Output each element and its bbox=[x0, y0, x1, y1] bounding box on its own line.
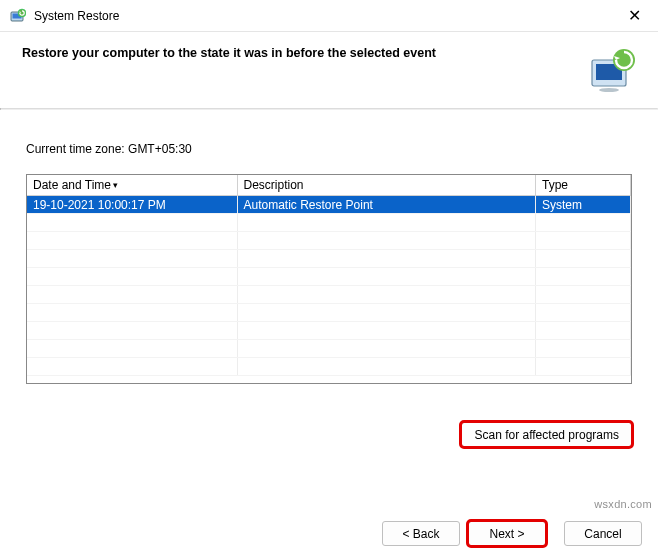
window-title: System Restore bbox=[34, 9, 119, 23]
table-header-row: Date and Time▾ Description Type bbox=[27, 175, 631, 196]
table-row-empty: . bbox=[27, 322, 631, 340]
column-header-type[interactable]: Type bbox=[536, 175, 631, 196]
scan-row: Scan for affected programs bbox=[0, 394, 658, 447]
table-row-empty: . bbox=[27, 304, 631, 322]
table-row-empty: . bbox=[27, 214, 631, 232]
close-button[interactable]: ✕ bbox=[620, 4, 648, 28]
table-row-empty: . bbox=[27, 232, 631, 250]
table-row-empty: . bbox=[27, 358, 631, 376]
next-button[interactable]: Next > bbox=[468, 521, 546, 546]
page-heading: Restore your computer to the state it wa… bbox=[22, 46, 588, 60]
column-label: Type bbox=[542, 178, 568, 192]
svg-point-6 bbox=[599, 88, 619, 92]
wizard-footer: < Back Next > Cancel bbox=[382, 521, 642, 546]
column-header-datetime[interactable]: Date and Time▾ bbox=[27, 175, 237, 196]
table-row-empty: . bbox=[27, 250, 631, 268]
content-area: Current time zone: GMT+05:30 Date and Ti… bbox=[0, 110, 658, 394]
column-label: Description bbox=[244, 178, 304, 192]
cancel-button[interactable]: Cancel bbox=[564, 521, 642, 546]
sort-indicator-icon: ▾ bbox=[113, 180, 118, 190]
timezone-label: Current time zone: GMT+05:30 bbox=[26, 142, 632, 156]
wizard-header: Restore your computer to the state it wa… bbox=[0, 32, 658, 108]
titlebar: System Restore ✕ bbox=[0, 0, 658, 32]
table-row-empty: . bbox=[27, 268, 631, 286]
table-row[interactable]: 19-10-2021 10:00:17 PM Automatic Restore… bbox=[27, 196, 631, 214]
system-restore-icon bbox=[10, 8, 26, 24]
cell-type: System bbox=[536, 196, 631, 214]
column-label: Date and Time bbox=[33, 178, 111, 192]
back-button[interactable]: < Back bbox=[382, 521, 460, 546]
cell-datetime: 19-10-2021 10:00:17 PM bbox=[27, 196, 237, 214]
system-restore-hero-icon bbox=[588, 46, 638, 96]
cell-description: Automatic Restore Point bbox=[237, 196, 536, 214]
table-row-empty: . bbox=[27, 340, 631, 358]
watermark-text: wsxdn.com bbox=[594, 498, 652, 510]
scan-affected-programs-button[interactable]: Scan for affected programs bbox=[461, 422, 632, 447]
table-row-empty: . bbox=[27, 286, 631, 304]
restore-points-table[interactable]: Date and Time▾ Description Type 19-10-20… bbox=[26, 174, 632, 384]
column-header-description[interactable]: Description bbox=[237, 175, 536, 196]
